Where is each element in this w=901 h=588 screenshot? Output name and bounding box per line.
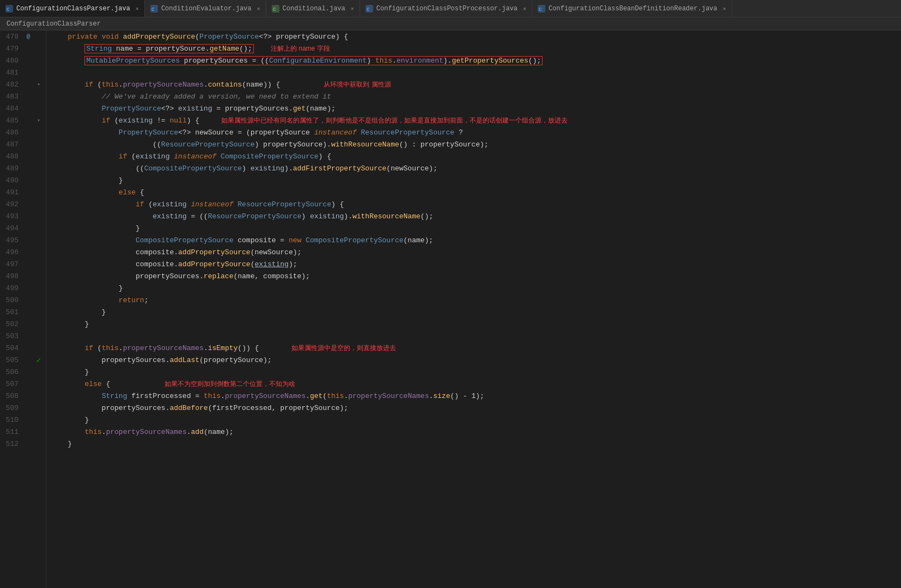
code-line-500: return;: [51, 294, 901, 306]
tab-close-icon5[interactable]: ✕: [723, 5, 726, 12]
line-number-483: 483: [0, 93, 23, 101]
gutter-row-491: 491: [0, 186, 46, 198]
code-line-501: }: [51, 306, 901, 318]
line-number-510: 510: [0, 416, 23, 424]
line-number-481: 481: [0, 69, 23, 77]
gutter-row-483: 483: [0, 90, 46, 102]
tab-bar: C ConfigurationClassParser.java ✕ C Cond…: [0, 0, 901, 17]
code-line-509: propertySources.addBefore(firstProcessed…: [51, 402, 901, 414]
code-line-491: else {: [51, 186, 901, 198]
code-line-505: propertySources.addLast(propertySource);: [51, 354, 901, 366]
svg-text:C: C: [273, 7, 276, 13]
code-editor[interactable]: private void addPropertySource(PropertyS…: [46, 30, 901, 588]
line-number-487: 487: [0, 140, 23, 149]
java-file-icon4: C: [538, 5, 545, 13]
code-line-512: }: [51, 438, 901, 450]
line-number-500: 500: [0, 296, 23, 304]
tab-close-icon4[interactable]: ✕: [523, 5, 526, 12]
java-file-icon3: C: [366, 5, 373, 13]
code-line-487: ((ResourcePropertySource) propertySource…: [51, 138, 901, 150]
comment-507: 如果不为空则加到倒数第二个位置，不知为啥: [165, 379, 295, 389]
gutter-row-495: 495: [0, 234, 46, 246]
line-number-490: 490: [0, 176, 23, 185]
gutter: 478 @ 479 480 481 482 ▾ 483: [0, 30, 46, 588]
line-number-502: 502: [0, 320, 23, 328]
code-line-496: composite.addPropertySource(newSource);: [51, 246, 901, 258]
line-number-482: 482: [0, 81, 23, 89]
gutter-row-493: 493: [0, 210, 46, 222]
tab-label3: Conditional.java: [283, 5, 345, 13]
gutter-row-478: 478 @: [0, 30, 46, 42]
gutter-row-510: 510: [0, 414, 46, 426]
code-line-507: else { 如果不为空则加到倒数第二个位置，不知为啥: [51, 378, 901, 390]
code-line-493: existing = ((ResourcePropertySource) exi…: [51, 210, 901, 222]
comment-485: 如果属性源中已经有同名的属性了，则判断他是不是组合的源，如果是直接加到前面，不是…: [221, 116, 568, 125]
code-line-484: PropertySource<?> existing = propertySou…: [51, 102, 901, 114]
line-number-484: 484: [0, 105, 23, 113]
tab-close-icon2[interactable]: ✕: [257, 5, 260, 12]
line-number-498: 498: [0, 272, 23, 280]
code-line-483: // We've already added a version, we nee…: [51, 90, 901, 102]
code-container[interactable]: 478 @ 479 480 481 482 ▾ 483: [0, 30, 901, 588]
tab-close-icon3[interactable]: ✕: [351, 5, 354, 12]
tab-configurationclassparser[interactable]: C ConfigurationClassParser.java ✕: [0, 0, 145, 17]
comment-482: 从环境中获取到 属性源: [324, 80, 391, 89]
comment-479: 注解上的 name 字段: [271, 44, 330, 53]
line-number-486: 486: [0, 128, 23, 137]
code-line-499: }: [51, 282, 901, 294]
gutter-row-504: 504: [0, 342, 46, 354]
tab-configurationclassbeandefinitionreader[interactable]: C ConfigurationClassBeanDefinitionReader…: [532, 0, 732, 17]
gutter-row-487: 487: [0, 138, 46, 150]
gutter-row-502: 502: [0, 318, 46, 330]
line-number-501: 501: [0, 308, 23, 316]
gutter-row-498: 498: [0, 270, 46, 282]
comment-504: 如果属性源中是空的，则直接放进去: [291, 344, 396, 353]
breadcrumb: ConfigurationClassParser: [0, 17, 901, 30]
gutter-row-506: 506: [0, 366, 46, 378]
tab-conditionevaluator[interactable]: C ConditionEvaluator.java ✕: [145, 0, 266, 17]
code-line-511: this.propertySourceNames.add(name);: [51, 426, 901, 438]
gutter-row-479: 479: [0, 42, 46, 54]
gutter-row-484: 484: [0, 102, 46, 114]
code-line-479: String name = propertySource.getName(); …: [51, 42, 901, 54]
code-line-482: if (this.propertySourceNames.contains(na…: [51, 78, 901, 90]
line-number-503: 503: [0, 332, 23, 340]
gutter-row-480: 480: [0, 54, 46, 66]
code-line-489: ((CompositePropertySource) existing).add…: [51, 162, 901, 174]
code-line-490: }: [51, 174, 901, 186]
gutter-row-482: 482 ▾: [0, 78, 46, 90]
annotation-478: @: [23, 33, 34, 40]
tab-close-icon[interactable]: ✕: [136, 5, 139, 12]
gutter-row-497: 497: [0, 258, 46, 270]
code-line-485: if (existing != null) { 如果属性源中已经有同名的属性了，…: [51, 114, 901, 126]
line-number-492: 492: [0, 200, 23, 209]
gutter-row-499: 499: [0, 282, 46, 294]
line-number-508: 508: [0, 392, 23, 400]
line-number-497: 497: [0, 260, 23, 268]
interface-file-icon: C: [272, 5, 279, 13]
tab-label: ConfigurationClassParser.java: [16, 5, 130, 13]
bp-505: ✓: [34, 356, 44, 365]
line-number-489: 489: [0, 164, 23, 173]
line-number-507: 507: [0, 380, 23, 388]
gutter-row-500: 500: [0, 294, 46, 306]
gutter-row-489: 489: [0, 162, 46, 174]
gutter-row-512: 512: [0, 438, 46, 450]
code-line-502: }: [51, 318, 901, 330]
line-number-485: 485: [0, 117, 23, 125]
line-number-494: 494: [0, 224, 23, 232]
gutter-row-494: 494: [0, 222, 46, 234]
code-line-488: if (existing instanceof CompositePropert…: [51, 150, 901, 162]
svg-text:C: C: [7, 7, 10, 13]
line-number-479: 479: [0, 45, 23, 53]
tab-conditional[interactable]: C Conditional.java ✕: [266, 0, 360, 17]
line-number-504: 504: [0, 344, 23, 352]
code-line-510: }: [51, 414, 901, 426]
svg-text:C: C: [151, 7, 155, 13]
code-line-498: propertySources.replace(name, composite)…: [51, 270, 901, 282]
tab-configurationclasspostprocessor[interactable]: C ConfigurationClassPostProcessor.java ✕: [360, 0, 532, 17]
svg-text:C: C: [367, 7, 370, 13]
code-line-481: [51, 66, 901, 78]
svg-text:C: C: [539, 7, 542, 13]
bp-482: ▾: [34, 81, 44, 88]
